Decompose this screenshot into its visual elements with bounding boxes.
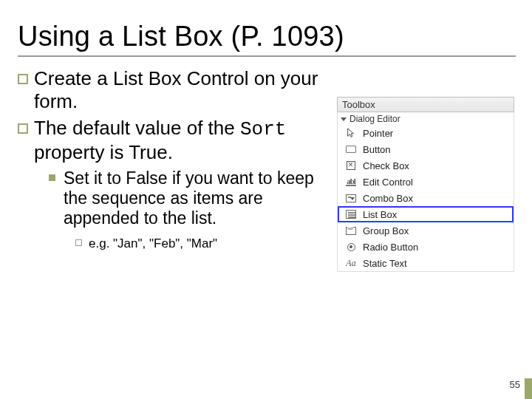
toolbox-item-radio[interactable]: Radio Button [338, 239, 514, 255]
edit-control-icon: abl [345, 176, 357, 188]
slide: Using a List Box (P. 1093) Create a List… [0, 0, 532, 399]
toolbox-item-listbox[interactable]: List Box [338, 206, 514, 222]
toolbox-item-pointer[interactable]: Pointer [338, 125, 514, 141]
toolbox-item-checkbox[interactable]: Check Box [338, 157, 514, 174]
toolbox-item-label: Check Box [363, 160, 409, 171]
toolbox-item-label: Combo Box [363, 193, 413, 204]
bullet-list-level2: Set it to False if you want to keep the … [49, 168, 330, 252]
toolbox-item-label: Static Text [363, 258, 407, 269]
collapse-triangle-icon [341, 117, 347, 121]
toolbox-item-groupbox[interactable]: Group Box [338, 222, 514, 239]
bullet-item: Set it to False if you want to keep the … [49, 168, 330, 252]
toolbox-item-label: Group Box [363, 225, 409, 236]
title-underline: Using a List Box (P. 1093) [18, 21, 516, 57]
toolbox-title-bar[interactable]: Toolbox [337, 97, 514, 112]
bullet-text: Create a List Box Control on your form. [34, 67, 318, 112]
toolbox-item-label: Edit Control [363, 177, 413, 188]
list-box-icon [345, 208, 357, 220]
page-number: 55 [510, 379, 520, 390]
toolbox-item-label: Button [363, 144, 391, 155]
code-literal: Sort [240, 118, 286, 140]
toolbox-item-combo[interactable]: Combo Box [338, 190, 514, 206]
bullet-item: Create a List Box Control on your form. [18, 67, 330, 112]
bullet-text-pre: The default value of the [34, 117, 240, 139]
toolbox-item-button[interactable]: Button [338, 141, 514, 157]
bullet-text: Set it to False if you want to keep the … [64, 168, 314, 228]
toolbox-item-edit[interactable]: abl Edit Control [338, 174, 514, 190]
toolbox-section-label: Dialog Editor [349, 114, 400, 124]
bullet-item: The default value of the Sort property i… [18, 117, 330, 251]
pointer-icon [345, 127, 357, 139]
bullet-text-post: property is True. [34, 141, 173, 163]
toolbox-item-label: List Box [363, 209, 397, 220]
toolbox-title-label: Toolbox [342, 99, 375, 110]
bullet-list-level1: Create a List Box Control on your form. … [18, 67, 330, 251]
button-icon [345, 143, 357, 155]
toolbox-panel: Toolbox Dialog Editor Pointer Button Che… [336, 96, 515, 273]
combo-box-icon [345, 192, 357, 204]
slide-title: Using a List Box (P. 1093) [18, 21, 516, 52]
toolbox-items: Pointer Button Check Box abl Edit Contro… [337, 125, 514, 272]
checkbox-icon [345, 160, 357, 171]
toolbox-item-label: Radio Button [363, 242, 418, 253]
bullet-list-level3: e.g. "Jan", "Feb", "Mar" [75, 236, 330, 251]
accent-bar [525, 378, 532, 399]
toolbox-item-static[interactable]: Aa Static Text [338, 255, 514, 271]
group-box-icon [345, 225, 357, 236]
toolbox-item-label: Pointer [363, 128, 393, 139]
static-text-icon: Aa [345, 257, 357, 269]
bullet-column: Create a List Box Control on your form. … [18, 67, 335, 256]
bullet-text: e.g. "Jan", "Feb", "Mar" [89, 236, 217, 250]
toolbox-section-header[interactable]: Dialog Editor [337, 112, 514, 125]
radio-button-icon [345, 241, 357, 253]
bullet-item: e.g. "Jan", "Feb", "Mar" [75, 236, 330, 251]
